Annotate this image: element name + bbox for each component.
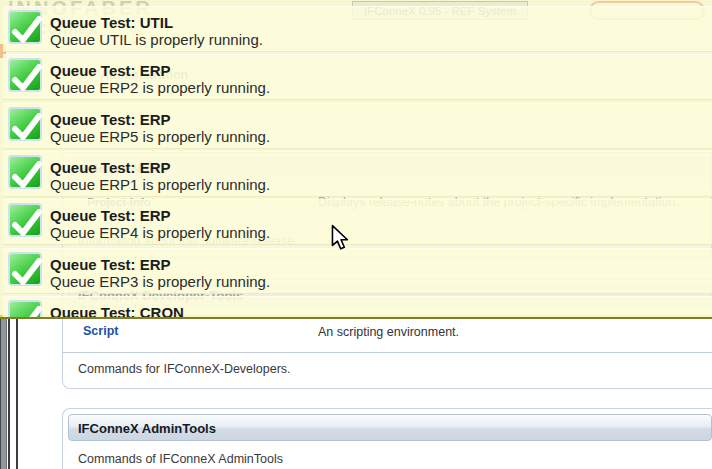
window-frame-bar	[1, 319, 7, 469]
notification-message: Queue ERP3 is properly running.	[50, 273, 270, 290]
window-frame-line	[8, 319, 10, 469]
success-check-icon	[8, 300, 42, 319]
notification-toast[interactable]: Queue Test: CRON	[3, 296, 712, 319]
admintools-footer-text: Commands of IFConneX AdminTools	[78, 452, 283, 466]
notification-title: Queue Test: ERP	[50, 256, 171, 273]
mouse-cursor	[331, 224, 350, 252]
devtools-footer-text: Commands for IFConneX-Developers.	[78, 362, 291, 376]
success-check-icon	[8, 58, 42, 92]
notification-message: Queue ERP4 is properly running.	[50, 224, 270, 241]
notification-title: Queue Test: CRON	[50, 304, 184, 319]
notification-title: Queue Test: ERP	[50, 111, 171, 128]
notification-overlay: INNOFABER ConneX IFConneX 0.95 - REF Sys…	[0, 0, 712, 319]
notification-toast[interactable]: Queue Test: ERP Queue ERP5 is properly r…	[3, 103, 712, 149]
application-window: Script An scripting environment. Command…	[0, 0, 712, 469]
notification-message: Queue ERP5 is properly running.	[50, 128, 270, 145]
notification-toast[interactable]: Queue Test: ERP Queue ERP2 is properly r…	[3, 54, 712, 100]
notification-toast[interactable]: Queue Test: UTIL Queue UTIL is properly …	[3, 6, 712, 52]
notification-title: Queue Test: ERP	[50, 62, 171, 79]
notification-toast[interactable]: Queue Test: ERP Queue ERP4 is properly r…	[3, 199, 712, 245]
success-check-icon	[8, 155, 42, 189]
notification-title: Queue Test: ERP	[50, 207, 171, 224]
success-check-icon	[8, 107, 42, 141]
notification-title: Queue Test: ERP	[50, 159, 171, 176]
notification-message: Queue ERP1 is properly running.	[50, 176, 270, 193]
success-check-icon	[8, 203, 42, 237]
admintools-title: IFConneX AdminTools	[78, 421, 216, 436]
script-link[interactable]: Script	[83, 324, 118, 338]
notification-title: Queue Test: UTIL	[50, 14, 173, 31]
divider	[63, 352, 712, 353]
notification-message: Queue UTIL is properly running.	[50, 31, 263, 48]
success-check-icon	[8, 252, 42, 286]
notification-toast[interactable]: Queue Test: ERP Queue ERP1 is properly r…	[3, 151, 712, 197]
window-frame-line	[16, 319, 18, 469]
success-check-icon	[8, 10, 42, 44]
script-description: An scripting environment.	[318, 325, 459, 339]
notification-message: Queue ERP2 is properly running.	[50, 79, 270, 96]
notification-toast[interactable]: Queue Test: ERP Queue ERP3 is properly r…	[3, 248, 712, 294]
